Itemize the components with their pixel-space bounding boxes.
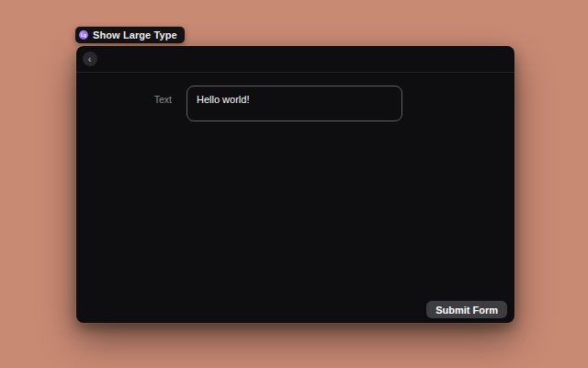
large-type-icon: Lg [79, 30, 88, 40]
submit-form-button[interactable]: Submit Form [426, 301, 507, 318]
form-body: Text Hello world! [76, 86, 514, 121]
back-button[interactable]: ‹ [83, 52, 97, 66]
command-badge: Lg Show Large Type [75, 27, 185, 43]
raycast-window: ‹ Text Hello world! Submit Form [76, 46, 514, 323]
text-field-input[interactable]: Hello world! [187, 86, 402, 121]
command-badge-label: Show Large Type [93, 29, 177, 40]
window-header: ‹ [76, 46, 514, 73]
text-field-label: Text [76, 86, 172, 105]
form-row-text: Text Hello world! [76, 86, 514, 121]
chevron-left-icon: ‹ [88, 52, 92, 65]
